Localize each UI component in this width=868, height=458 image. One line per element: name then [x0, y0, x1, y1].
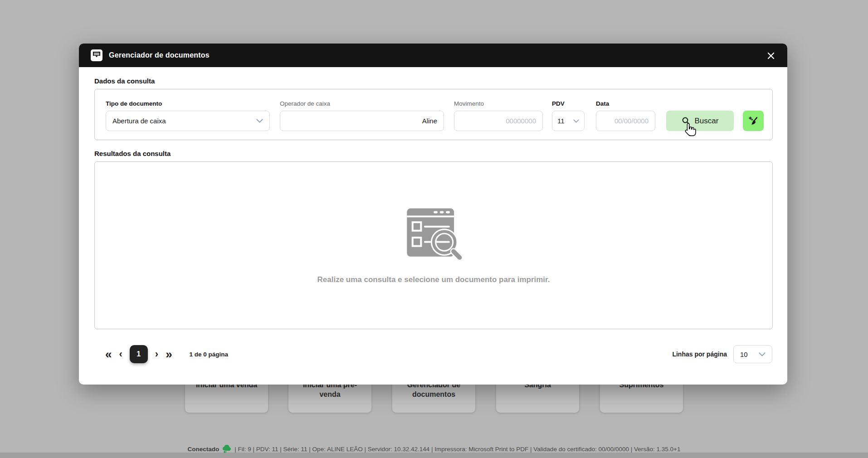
movimento-input[interactable]	[454, 111, 543, 131]
tipo-documento-value: Abertura de caixa	[112, 117, 166, 125]
document-manager-icon	[91, 49, 102, 61]
chevron-down-icon	[759, 352, 766, 356]
rows-per-page-value: 10	[740, 351, 748, 358]
modal-title: Gerenciador de documentos	[109, 51, 210, 59]
modal-header: Gerenciador de documentos	[79, 44, 787, 67]
rows-per-page-group: Linhas por página 10	[672, 343, 772, 365]
rows-per-page-label: Linhas por página	[672, 351, 727, 358]
current-page-button[interactable]: 1	[130, 345, 148, 363]
page-info-label: 1 de 0 página	[190, 351, 229, 358]
bottom-edge-strip	[0, 453, 868, 458]
status-details: | Fil: 9 | PDV: 11 | Série: 11 | Ope: AL…	[234, 446, 680, 453]
data-input[interactable]	[596, 111, 655, 131]
movimento-label: Movimento	[454, 100, 484, 107]
next-page-icon[interactable]: ›	[155, 349, 158, 359]
pdv-value: 11	[557, 117, 565, 125]
operador-caixa-input[interactable]	[280, 111, 444, 131]
tipo-documento-label: Tipo de documento	[106, 100, 162, 107]
data-label: Data	[596, 100, 609, 107]
first-page-icon[interactable]: «	[105, 348, 112, 360]
close-icon[interactable]	[766, 50, 776, 61]
chevron-down-icon	[573, 119, 579, 123]
tipo-documento-select[interactable]: Abertura de caixa	[106, 111, 270, 131]
buscar-button-label: Buscar	[695, 117, 719, 126]
query-panel: Tipo de documento Operador de caixa Movi…	[94, 89, 773, 140]
pdv-label: PDV	[552, 100, 565, 107]
buscar-button[interactable]: Buscar	[666, 111, 734, 131]
document-manager-modal: Gerenciador de documentos Dados da consu…	[79, 44, 787, 385]
broom-clean-icon	[748, 116, 759, 127]
query-section-title: Dados da consulta	[94, 77, 155, 85]
results-panel: Realize uma consulta e selecione um docu…	[94, 161, 773, 329]
operador-caixa-label: Operador de caixa	[280, 100, 330, 107]
cloud-sync-icon	[222, 445, 232, 453]
last-page-icon[interactable]: »	[166, 348, 172, 360]
status-connected-label: Conectado	[188, 446, 219, 453]
pdv-select[interactable]: 11	[552, 111, 585, 131]
empty-results-message: Realize uma consulta e selecione um docu…	[317, 275, 550, 284]
results-section-title: Resultados da consulta	[94, 150, 171, 157]
rows-per-page-select[interactable]: 10	[733, 345, 772, 363]
pagination: « ‹ 1 › » 1 de 0 página	[105, 343, 228, 365]
search-icon	[682, 117, 690, 125]
clear-filters-button[interactable]	[743, 111, 764, 131]
previous-page-icon[interactable]: ‹	[119, 349, 122, 359]
chevron-down-icon	[256, 119, 263, 123]
empty-results-icon	[398, 206, 469, 265]
